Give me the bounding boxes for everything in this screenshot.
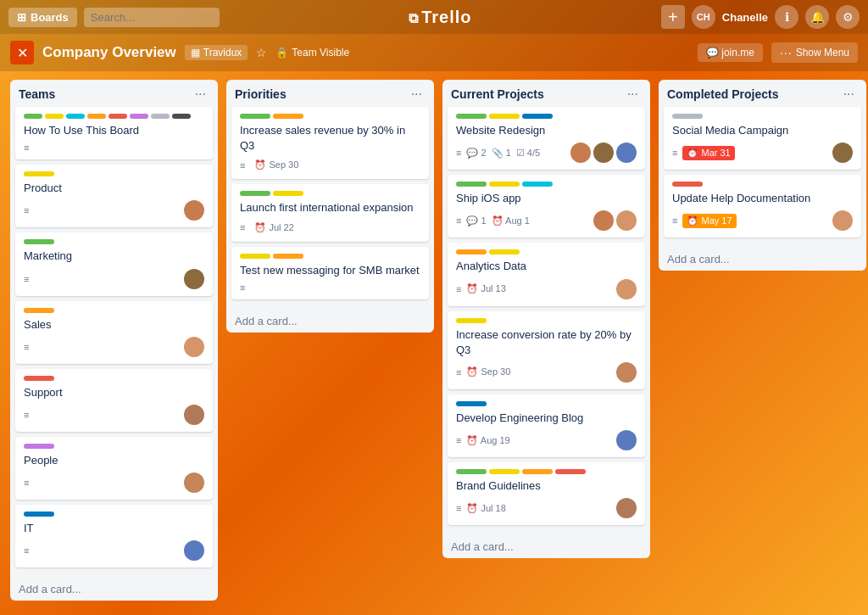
team-badge[interactable]: ▦ Travidux <box>185 45 248 60</box>
column-title-teams: Teams <box>19 87 55 101</box>
card-comp2[interactable]: Update Help Documentation≡⏰ May 17 <box>664 175 861 238</box>
boards-button[interactable]: ⊞ Boards <box>8 8 77 27</box>
notification-button[interactable]: 🔔 <box>805 5 829 29</box>
card-meta-left: ≡ <box>24 545 29 556</box>
card-c6[interactable]: Brand Guidelines≡⏰ Jul 18 <box>448 462 645 525</box>
trello-logo: ⧉Trello <box>409 8 471 27</box>
star-icon[interactable]: ☆ <box>256 46 267 59</box>
info-button[interactable]: ℹ <box>775 5 798 29</box>
avatar <box>184 200 204 221</box>
board-header: ✕ Company Overview ▦ Travidux ☆ 🔒 Team V… <box>0 34 868 71</box>
card-avatars <box>616 279 637 299</box>
card-meta-left: ≡⏰ Mar 31 <box>672 146 735 160</box>
card-c2[interactable]: Ship iOS app≡💬 1⏰ Aug 1 <box>448 175 645 238</box>
avatar <box>184 269 204 289</box>
column-menu-current[interactable]: ··· <box>624 87 642 102</box>
card-p1[interactable]: Increase sales revenue by 30% in Q3≡⏰ Se… <box>231 107 429 179</box>
card-footer: ≡💬 1⏰ Aug 1 <box>456 210 637 231</box>
avatar <box>184 337 204 357</box>
card-labels <box>672 114 853 119</box>
card-meta-left: ≡⏰ Jul 18 <box>456 503 506 514</box>
card-support[interactable]: Support≡ <box>15 369 213 432</box>
card-footer: ≡ <box>24 143 204 153</box>
card-product[interactable]: Product≡ <box>15 165 213 227</box>
label-teal <box>66 114 85 119</box>
label-orange <box>273 254 303 259</box>
card-footer: ≡ <box>24 472 204 493</box>
card-labels <box>456 182 637 187</box>
due-date-plain: ⏰ Jul 18 <box>466 503 505 514</box>
desc-icon: ≡ <box>240 282 245 293</box>
card-labels <box>24 171 204 176</box>
settings-button[interactable]: ⚙ <box>836 5 860 29</box>
due-date-plain: ⏰ Aug 1 <box>492 215 530 226</box>
column-priorities: Priorities···Increase sales revenue by 3… <box>226 80 434 333</box>
card-title: Increase sales revenue by 30% in Q3 <box>240 123 420 154</box>
search-input[interactable] <box>84 8 220 27</box>
card-meta-left: ≡💬 2📎 1☑ 4/5 <box>456 148 540 159</box>
card-footer: ≡ <box>24 540 204 561</box>
card-p2[interactable]: Launch first international expansion≡⏰ J… <box>231 184 429 241</box>
card-meta-left: ≡⏰ May 17 <box>672 214 737 228</box>
comment-count: 💬 1 <box>466 215 486 226</box>
avatar <box>593 210 614 231</box>
card-title: Test new messaging for SMB market <box>240 263 420 278</box>
card-meta-left: ≡ <box>24 478 29 488</box>
avatar <box>616 143 637 163</box>
label-gray <box>672 114 703 119</box>
card-labels <box>456 249 637 254</box>
add-button[interactable]: + <box>661 5 685 29</box>
card-footer: ≡ <box>24 269 204 289</box>
card-meta-left: ≡ <box>24 205 29 215</box>
card-labels <box>24 444 204 449</box>
card-p3[interactable]: Test new messaging for SMB market≡ <box>231 247 429 299</box>
card-comp1[interactable]: Social Media Campaign≡⏰ Mar 31 <box>664 107 861 170</box>
label-yellow <box>45 114 64 119</box>
column-menu-priorities[interactable]: ··· <box>408 87 426 102</box>
card-c1[interactable]: Website Redesign≡💬 2📎 1☑ 4/5 <box>448 107 645 170</box>
add-card-completed[interactable]: Add a card... <box>659 248 866 271</box>
card-c5[interactable]: Develop Engineering Blog≡⏰ Aug 19 <box>448 394 645 457</box>
card-c4[interactable]: Increase conversion rate by 20% by Q3≡⏰ … <box>448 311 645 389</box>
label-orange <box>522 469 553 474</box>
add-card-teams[interactable]: Add a card... <box>10 578 218 601</box>
label-green <box>456 469 487 474</box>
add-card-priorities[interactable]: Add a card... <box>226 310 434 333</box>
column-menu-teams[interactable]: ··· <box>192 87 209 102</box>
card-marketing[interactable]: Marketing≡ <box>15 232 213 295</box>
card-meta-left: ≡⏰ Sep 30 <box>240 158 303 172</box>
card-how-to[interactable]: How To Use This Board≡ <box>15 107 213 159</box>
card-meta-left: ≡⏰ Jul 22 <box>240 221 298 235</box>
label-yellow <box>24 171 54 176</box>
avatar <box>184 405 204 425</box>
card-footer: ≡💬 2📎 1☑ 4/5 <box>456 143 637 163</box>
add-card-current[interactable]: Add a card... <box>442 535 650 558</box>
column-cards-completed: Social Media Campaign≡⏰ Mar 31Update Hel… <box>659 107 866 248</box>
column-header-teams: Teams··· <box>10 80 218 107</box>
card-c3[interactable]: Analytics Data≡⏰ Jul 13 <box>448 243 645 305</box>
card-labels <box>24 114 204 119</box>
card-meta-left: ≡ <box>24 143 29 153</box>
card-footer: ≡ <box>24 200 204 221</box>
join-button[interactable]: 💬 join.me <box>698 43 763 62</box>
label-orange <box>87 114 106 119</box>
label-yellow <box>489 249 520 254</box>
column-header-completed: Completed Projects··· <box>659 80 866 107</box>
show-menu-button[interactable]: ··· Show Menu <box>771 42 858 63</box>
card-sales[interactable]: Sales≡ <box>15 301 213 364</box>
avatar[interactable]: CH <box>692 5 715 29</box>
avatar <box>184 540 204 561</box>
desc-icon: ≡ <box>672 215 677 226</box>
column-menu-completed[interactable]: ··· <box>840 87 858 102</box>
team-badge-icon: ▦ <box>191 47 200 59</box>
card-footer: ≡ <box>240 282 420 293</box>
due-date: ⏰ Jul 22 <box>250 221 298 235</box>
card-it[interactable]: IT≡ <box>15 505 213 567</box>
card-title: IT <box>24 521 204 536</box>
desc-icon: ≡ <box>456 367 461 377</box>
card-people[interactable]: People≡ <box>15 437 213 500</box>
card-labels <box>24 308 204 313</box>
card-title: Marketing <box>24 249 204 264</box>
checklist-count: ☑ 4/5 <box>516 148 540 159</box>
card-meta-left: ≡ <box>24 410 29 420</box>
